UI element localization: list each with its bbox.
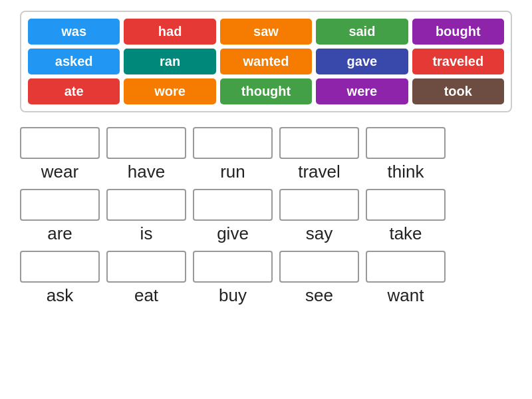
word-tile-said[interactable]: said (316, 19, 408, 45)
answer-box-0-3[interactable] (279, 127, 359, 159)
word-tile-was[interactable]: was (28, 19, 120, 45)
word-label-buy: buy (193, 285, 273, 306)
answer-box-1-4[interactable] (366, 189, 446, 221)
answer-row-0: wearhaveruntravelthink (20, 127, 512, 182)
labels-row-2: askeatbuyseewant (20, 285, 512, 306)
answer-box-1-2[interactable] (193, 189, 273, 221)
answer-box-0-4[interactable] (366, 127, 446, 159)
word-tile-thought[interactable]: thought (220, 78, 312, 104)
word-tile-were[interactable]: were (316, 78, 408, 104)
answer-box-2-1[interactable] (106, 251, 186, 283)
word-label-take: take (366, 223, 446, 244)
word-label-eat: eat (106, 285, 186, 306)
word-bank: washadsawsaidboughtaskedranwantedgavetra… (20, 11, 512, 112)
answer-box-2-3[interactable] (279, 251, 359, 283)
answer-section: wearhaveruntravelthinkareisgivesaytakeas… (20, 127, 512, 306)
word-label-wear: wear (20, 162, 100, 182)
word-label-travel: travel (279, 162, 359, 182)
word-tile-saw[interactable]: saw (220, 19, 312, 45)
word-label-are: are (20, 223, 100, 244)
answer-box-2-0[interactable] (20, 251, 100, 283)
answer-box-2-2[interactable] (193, 251, 273, 283)
word-tile-wore[interactable]: wore (124, 78, 215, 104)
word-label-say: say (279, 223, 359, 244)
word-tile-asked[interactable]: asked (28, 49, 120, 74)
labels-row-0: wearhaveruntravelthink (20, 162, 512, 182)
word-label-give: give (193, 223, 273, 244)
answer-box-0-2[interactable] (193, 127, 273, 159)
boxes-row-0 (20, 127, 512, 159)
word-label-is: is (106, 223, 186, 244)
answer-row-1: areisgivesaytake (20, 189, 512, 244)
word-tile-had[interactable]: had (124, 19, 215, 45)
word-tile-ate[interactable]: ate (28, 78, 120, 104)
word-label-think: think (366, 162, 446, 182)
word-tile-gave[interactable]: gave (316, 49, 408, 74)
word-tile-ran[interactable]: ran (124, 49, 215, 74)
word-label-see: see (279, 285, 359, 306)
word-tile-bought[interactable]: bought (412, 19, 504, 45)
word-tile-traveled[interactable]: traveled (412, 49, 504, 74)
answer-box-1-1[interactable] (106, 189, 186, 221)
word-label-run: run (193, 162, 273, 182)
boxes-row-2 (20, 251, 512, 283)
answer-row-2: askeatbuyseewant (20, 251, 512, 306)
answer-box-1-0[interactable] (20, 189, 100, 221)
answer-box-1-3[interactable] (279, 189, 359, 221)
answer-box-2-4[interactable] (366, 251, 446, 283)
word-tile-wanted[interactable]: wanted (220, 49, 312, 74)
word-label-ask: ask (20, 285, 100, 306)
labels-row-1: areisgivesaytake (20, 223, 512, 244)
answer-box-0-0[interactable] (20, 127, 100, 159)
word-label-have: have (106, 162, 186, 182)
answer-box-0-1[interactable] (106, 127, 186, 159)
word-label-want: want (366, 285, 446, 306)
boxes-row-1 (20, 189, 512, 221)
word-tile-took[interactable]: took (412, 78, 504, 104)
